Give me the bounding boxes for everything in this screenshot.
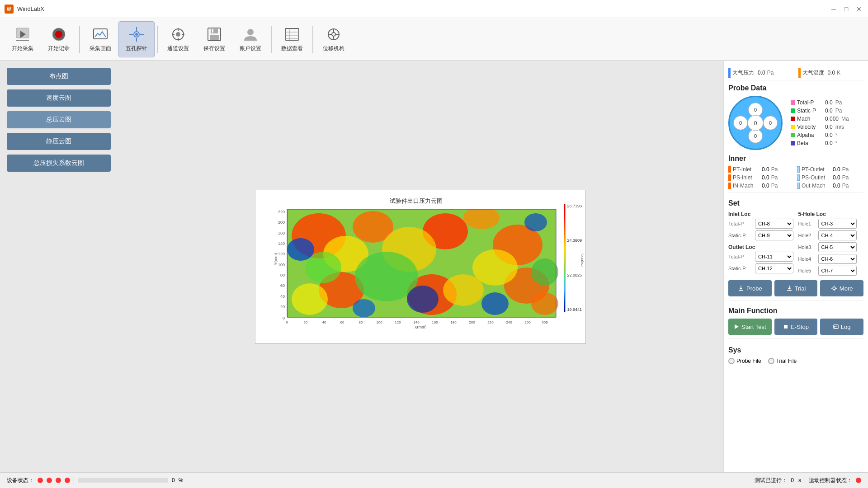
inlet-static-p-select[interactable]: CH-9CH-1CH-2 [755,230,793,240]
svg-text:609: 609 [542,320,548,324]
ps-outlet-unit: Pa [842,174,849,181]
account-set-icon [242,26,259,42]
five-probe-icon [128,26,145,42]
hole3-label: Hole3 [798,244,816,250]
set-grid: Inlet Loc Total-P CH-8CH-1CH-2 Static-P … [728,211,863,276]
toolbar-channel-set[interactable]: 通道设置 [160,21,196,57]
main-function-section: Main Function Start Test E-Stop Log [728,300,863,335]
five-hole-loc-title: 5-Hole Loc [798,211,864,217]
svg-rect-22 [210,35,219,40]
probe-circle-right: 0 [763,116,778,130]
svg-point-92 [833,287,835,290]
trial-file-radio[interactable] [768,358,774,364]
outlet-loc-title: Outlet Loc [728,244,794,250]
svg-point-85 [407,286,439,313]
probe-file-label: Probe File [736,358,761,364]
toolbar-position-mech-label: 位移机构 [323,45,344,52]
sys-row: Probe File Trial File [728,358,863,364]
svg-text:100: 100 [376,320,382,324]
out-mach-row: Out-Mach 0.0 Pa [797,183,863,189]
hole5-select[interactable]: CH-7CH-1 [818,266,857,276]
svg-text:140: 140 [413,320,420,324]
pt-inlet-row: PT-Inlet 0.0 Pa [728,166,795,173]
velocity-label: Velocity [797,124,823,130]
inner-title: Inner [728,155,863,163]
hole3-select[interactable]: CH-5CH-1 [818,242,857,252]
outlet-total-p-label: Total-P [728,254,753,259]
statusbar: 设备状态： 0 % 测试已进行： 0 s 运动控制器状态： [0,472,868,488]
in-mach-row: IN-Mach 0.0 Pa [728,183,795,189]
toolbar-collect-face[interactable]: 采集画面 [82,21,118,57]
e-stop-button[interactable]: E-Stop [774,319,818,335]
toolbar-start-record[interactable]: 开始记录 [41,21,77,57]
toolbar-position-mech[interactable]: 位移机构 [316,21,352,57]
toolbar-account-set[interactable]: 账户设置 [232,21,269,57]
probe-file-radio[interactable] [728,358,735,364]
right-panel: 大气压力 0.0 Pa 大气温度 0.0 K Probe Data 0 0 0 … [723,61,868,472]
inlet-total-p-select[interactable]: CH-8CH-1CH-2 [755,219,793,229]
toolbar-data-view-label: 数据查看 [281,45,303,52]
hole4-select[interactable]: CH-6CH-1 [818,254,857,264]
titlebar-controls: ─ □ ✕ [829,5,863,14]
probe-beta-row: Beta 0.0 ° [791,140,849,146]
trial-button[interactable]: Trial [774,280,818,296]
velocity-color [791,125,795,129]
hole4-label: Hole4 [798,256,816,262]
atm-temp-unit: K [837,70,840,76]
status-dot-2 [47,478,52,483]
maximize-button[interactable]: □ [842,5,851,14]
in-mach-unit: Pa [771,183,778,189]
sidebar-jingya-yun[interactable]: 静压云图 [7,133,111,150]
probe-circle-left: 0 [733,116,748,130]
toolbar-start-collect[interactable]: 开始采集 [5,21,41,57]
status-dot-3 [56,478,61,483]
toolbar-five-probe[interactable]: 五孔探针 [118,21,155,57]
sidebar-sudu-yun[interactable]: 速度云图 [7,89,111,107]
pt-outlet-unit: Pa [842,166,849,173]
sidebar-zongya-loss[interactable]: 总压损失系数云图 [7,155,111,172]
toolbar-collect-face-label: 采集画面 [90,45,111,52]
probe-circle-bottom: 0 [748,129,763,143]
more-button[interactable]: More [820,280,863,296]
start-test-button[interactable]: Start Test [728,319,772,335]
svg-point-87 [353,299,375,317]
toolbar-sep-3 [271,26,272,53]
static-p-label: Static-P [797,108,823,114]
minimize-button[interactable]: ─ [829,5,838,14]
hole1-select[interactable]: CH-3CH-1 [818,219,857,229]
out-mach-unit: Pa [842,183,849,189]
probe-data-section: 0 0 0 0 0 Total-P 0.0 Pa Static-P 0.0 [728,96,863,150]
ps-inlet-row: PS-Inlet 0.0 Pa [728,174,795,181]
titlebar-left: W WindLabX [5,5,44,14]
outlet-static-p-row: Static-P CH-12CH-1CH-2 [728,263,794,273]
sidebar-zongya-yun[interactable]: 总压云图 [7,111,111,128]
velocity-value: 0.0 [825,124,833,130]
svg-text:40: 40 [280,294,285,299]
probe-button[interactable]: Probe [728,280,772,296]
test-elapsed-label: 测试已进行： [755,477,787,484]
outlet-total-p-select[interactable]: CH-11CH-1CH-2 [755,252,793,262]
log-button[interactable]: Log [820,319,863,335]
outlet-static-p-select[interactable]: CH-12CH-1CH-2 [755,263,793,273]
svg-point-24 [247,29,254,35]
svg-rect-21 [211,28,218,33]
svg-point-79 [292,283,328,315]
svg-text:180: 180 [450,320,457,324]
close-button[interactable]: ✕ [854,5,863,14]
sidebar-buodian[interactable]: 布点图 [7,68,111,85]
sys-title: Sys [728,346,863,354]
svg-text:220: 220 [278,210,285,214]
log-icon [833,324,839,329]
svg-text:80: 80 [280,273,285,277]
outlet-static-p-label: Static-P [728,266,753,271]
total-p-unit: Pa [835,99,842,106]
toolbar-save-set[interactable]: 保存设置 [196,21,232,57]
main-layout: 布点图 速度云图 总压云图 静压云图 总压损失系数云图 试验件出口压力云图 [0,61,868,472]
toolbar-data-view[interactable]: 数据查看 [274,21,310,57]
mach-value: 0.000 [825,116,839,122]
position-mech-icon [326,26,342,42]
pt-inlet-label: PT-Inlet [733,166,760,173]
colormap-val2: 24.3609 [567,238,582,243]
svg-point-83 [531,258,558,286]
hole2-select[interactable]: CH-4CH-1 [818,230,857,240]
